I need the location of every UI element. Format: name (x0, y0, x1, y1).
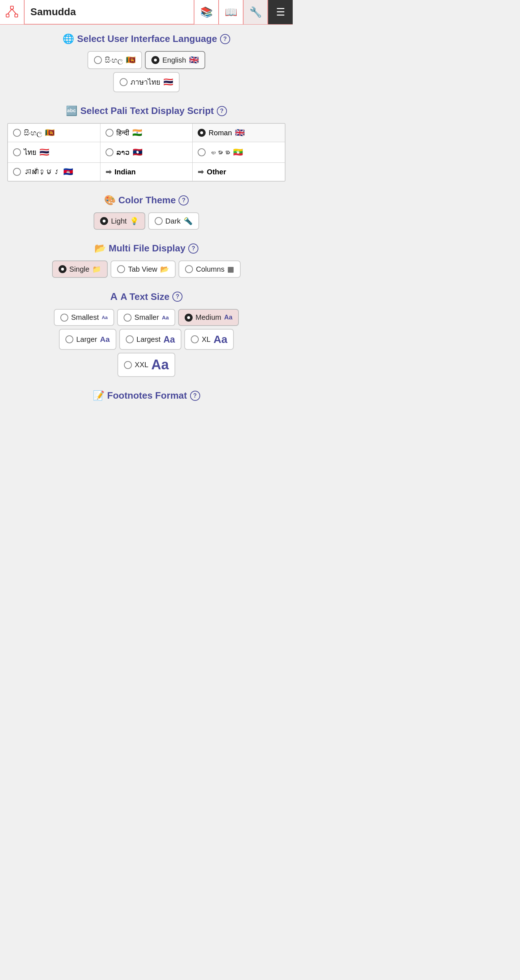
footnotes-section: 📝 Footnotes Format ? (6, 390, 287, 401)
network-icon (5, 5, 18, 18)
radio-script-sinhala (13, 129, 21, 137)
script-myanmar[interactable]: ဗမာစာ 🇲🇲 (193, 142, 285, 162)
svg-rect-1 (6, 14, 9, 17)
script-row-2: ไทย 🇹🇭 ລາວ 🇱🇦 ဗမာစာ 🇲🇲 (8, 142, 285, 163)
nav-right-indian: ➡ (106, 167, 112, 176)
text-size-title: A A Text Size ? (6, 291, 287, 302)
ui-language-help[interactable]: ? (220, 34, 230, 44)
ui-language-title: 🌐 Select User Interface Language ? (6, 33, 287, 45)
radio-xl (191, 335, 199, 343)
multi-file-help[interactable]: ? (188, 243, 198, 254)
ui-language-options-row2: ภาษาไทย 🇹🇭 (6, 72, 287, 92)
flag-uk-script: 🇬🇧 (235, 128, 245, 137)
book-open-icon-button[interactable]: 📖 (219, 0, 244, 24)
radio-medium (185, 313, 193, 321)
script-thai[interactable]: ไทย 🇹🇭 (8, 142, 100, 162)
text-size-options-row2: Larger Aa Largest Aa XL Aa (6, 329, 287, 350)
theme-light[interactable]: Light 💡 (94, 212, 145, 230)
footnotes-icon: 📝 (93, 390, 105, 401)
script-hindi[interactable]: हिन्दी 🇮🇳 (100, 124, 193, 142)
size-medium[interactable]: Medium Aa (178, 309, 239, 326)
ui-language-options: සිංහල 🇱🇰 English 🇬🇧 (6, 51, 287, 69)
language-english[interactable]: English 🇬🇧 (145, 51, 205, 69)
script-lao[interactable]: ລາວ 🇱🇦 (100, 142, 193, 162)
pali-script-section: 🔤 Select Pali Text Display Script ? සිංහ… (6, 105, 287, 181)
radio-script-myanmar (198, 148, 206, 156)
color-theme-help[interactable]: ? (179, 195, 189, 205)
palette-icon: 🎨 (104, 195, 116, 206)
flag-thailand: 🇹🇭 (163, 77, 173, 87)
language-sinhala[interactable]: සිංහල 🇱🇰 (87, 51, 142, 69)
radio-script-hindi (106, 129, 114, 137)
text-size-help[interactable]: ? (172, 291, 182, 302)
size-xxl[interactable]: XXL Aa (117, 353, 175, 377)
multi-file-section: 📂 Multi File Display ? Single 📁 Tab View… (6, 243, 287, 278)
script-roman[interactable]: Roman 🇬🇧 (193, 124, 285, 142)
display-single[interactable]: Single 📁 (52, 261, 108, 278)
flag-cambodia: 🇰🇭 (63, 167, 73, 177)
app-header: Samudda 📚 📖 🔧 ☰ (0, 0, 293, 25)
wrench-icon-button[interactable]: 🔧 (244, 0, 268, 24)
radio-script-roman (198, 129, 206, 137)
radio-smallest (60, 313, 68, 321)
svg-line-3 (8, 9, 12, 14)
radio-columns (185, 265, 193, 273)
script-row-1: සිංහල 🇱🇰 हिन्दी 🇮🇳 Roman 🇬🇧 (8, 124, 285, 142)
logo-button[interactable] (0, 0, 25, 24)
footnotes-title: 📝 Footnotes Format ? (6, 390, 287, 401)
radio-english (151, 56, 159, 64)
main-content: 🌐 Select User Interface Language ? සිංහල… (0, 25, 293, 423)
script-sinhala[interactable]: සිංහල 🇱🇰 (8, 124, 100, 142)
text-size-options-row3: XXL Aa (6, 353, 287, 377)
svg-rect-0 (11, 6, 13, 9)
color-theme-section: 🎨 Color Theme ? Light 💡 Dark 🔦 (6, 195, 287, 230)
tab-icon: 📂 (160, 265, 169, 274)
menu-icon-button[interactable]: ☰ (268, 0, 293, 24)
flag-srilanka-script: 🇱🇰 (45, 128, 55, 137)
radio-largest (126, 335, 134, 343)
script-other[interactable]: ➡ Other (193, 163, 285, 181)
radio-sinhala (94, 56, 102, 64)
books-icon-button[interactable]: 📚 (194, 0, 219, 24)
flag-thailand-script: 🇹🇭 (40, 148, 49, 157)
flag-uk: 🇬🇧 (189, 55, 199, 65)
flag-india: 🇮🇳 (132, 128, 142, 137)
single-folder-icon: 📁 (92, 265, 101, 274)
display-tab[interactable]: Tab View 📂 (111, 261, 176, 278)
size-larger[interactable]: Larger Aa (59, 329, 116, 350)
radio-dark (155, 217, 163, 225)
color-theme-options: Light 💡 Dark 🔦 (6, 212, 287, 230)
radio-script-lao (106, 148, 114, 156)
pali-script-title: 🔤 Select Pali Text Display Script ? (6, 105, 287, 116)
pali-script-help[interactable]: ? (217, 106, 227, 116)
multi-folder-icon: 📂 (94, 243, 106, 254)
size-xl[interactable]: XL Aa (184, 329, 234, 350)
svg-rect-2 (15, 14, 18, 17)
theme-dark[interactable]: Dark 🔦 (148, 212, 199, 230)
ui-language-section: 🌐 Select User Interface Language ? සිංහල… (6, 33, 287, 92)
text-size-section: A A Text Size ? Smallest Aa Smaller Aa M… (6, 291, 287, 377)
display-columns[interactable]: Columns ▦ (179, 261, 241, 278)
color-theme-title: 🎨 Color Theme ? (6, 195, 287, 206)
footnotes-help[interactable]: ? (190, 391, 200, 401)
columns-icon: ▦ (227, 265, 234, 274)
multi-file-options: Single 📁 Tab View 📂 Columns ▦ (6, 261, 287, 278)
size-largest[interactable]: Largest Aa (119, 329, 182, 350)
radio-smaller (124, 313, 132, 321)
pali-script-grid: සිංහල 🇱🇰 हिन्दी 🇮🇳 Roman 🇬🇧 (7, 123, 285, 181)
radio-script-thai (13, 148, 21, 156)
svg-line-4 (12, 9, 16, 14)
script-khmer[interactable]: ភាសាខ្មែរ 🇰🇭 (8, 163, 100, 181)
radio-light (100, 217, 108, 225)
dark-icon: 🔦 (184, 217, 193, 225)
size-smaller[interactable]: Smaller Aa (117, 309, 175, 326)
globe-icon: 🌐 (62, 33, 74, 45)
language-thai[interactable]: ภาษาไทย 🇹🇭 (113, 72, 179, 92)
app-title: Samudda (25, 0, 194, 24)
script-indian[interactable]: ➡ Indian (100, 163, 193, 181)
nav-right-other: ➡ (198, 167, 204, 176)
radio-single (59, 265, 67, 273)
radio-script-khmer (13, 168, 21, 176)
flag-laos: 🇱🇦 (133, 148, 143, 157)
size-smallest[interactable]: Smallest Aa (54, 309, 114, 326)
